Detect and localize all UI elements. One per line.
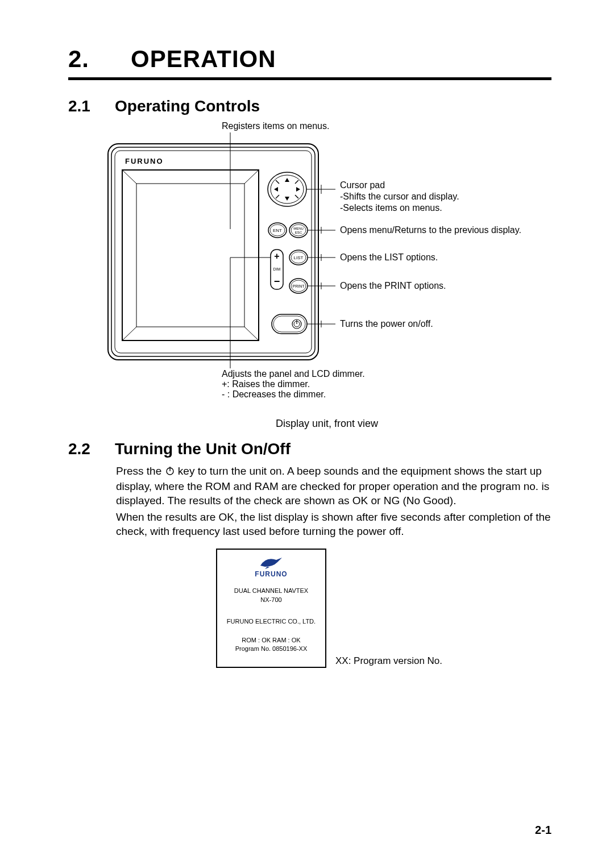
print-button-icon: PRINT [289,279,308,293]
startup-note: XX: Program version No. [335,655,442,667]
startup-screen: FURUNO DUAL CHANNEL NAVTEX NX-700 FURUNO… [216,549,326,668]
swordfish-icon [259,554,283,569]
section-number: 2.1 [68,97,115,115]
section-number: 2.2 [68,440,115,458]
chapter-title: 2.OPERATION [68,45,551,73]
callout-dim-l1: Adjusts the panel and LCD dimmer. [222,369,365,379]
callout-cursor-l3: -Selects items on menus. [340,203,442,213]
svg-line-18 [276,195,279,198]
callout-dim-l2: +: Raises the dimmer. [222,379,310,389]
callout-cursor-l1: Cursor pad [340,180,385,190]
svg-text:MENU: MENU [293,227,304,230]
svg-line-19 [295,195,298,198]
startup-logo [259,554,283,569]
svg-rect-2 [111,147,315,356]
svg-line-7 [122,327,136,340]
dim-rocker-icon: + DIM − [271,250,283,289]
callout-cursor-l2: -Shifts the cursor and display. [340,192,459,201]
body-text-fragment: Press the [116,465,165,477]
page: 2.OPERATION 2.1Operating Controls Regist… [0,0,614,868]
svg-text:DIM: DIM [273,267,281,271]
svg-marker-15 [296,187,300,192]
chapter-number: 2. [68,45,131,73]
device-diagram: Registers items on menus. FURUNO [102,121,551,430]
menu-esc-button-icon: MENU ESC [289,223,308,238]
svg-point-26 [289,223,308,238]
startup-line1: DUAL CHANNEL NAVTEX [234,586,308,595]
svg-rect-1 [108,144,318,360]
svg-line-16 [276,180,279,184]
startup-company: FURUNO ELECTRIC CO., LTD. [227,618,316,625]
brand-label: FURUNO [125,157,164,165]
svg-marker-13 [285,197,289,201]
callout-list: Opens the LIST options. [340,252,438,262]
chapter-rule [68,77,551,80]
section-text: Turning the Unit On/Off [115,440,291,458]
device-svg: Registers items on menus. FURUNO [102,121,546,400]
list-button-icon: LIST [289,250,308,265]
svg-line-17 [295,180,298,184]
chapter-text: OPERATION [131,45,276,72]
section-text: Operating Controls [115,97,260,115]
diagram-caption: Display unit, front view [102,418,551,430]
svg-line-5 [122,170,136,184]
svg-marker-12 [285,178,289,182]
startup-check-l2: Program No. 0850196-XX [235,645,308,653]
svg-marker-14 [274,187,278,192]
power-icon [165,465,175,479]
svg-rect-4 [122,170,259,340]
svg-line-8 [244,327,259,340]
svg-text:PRINT: PRINT [293,284,305,288]
body-text-fragment: key to turn the unit on. A beep sounds a… [116,465,549,506]
svg-text:ENT: ENT [273,228,282,233]
svg-text:ESC: ESC [295,231,302,234]
svg-text:−: − [274,276,280,287]
power-button-icon [272,314,307,334]
callout-power: Turns the power on/off. [340,319,433,329]
section-title-2-2: 2.2Turning the Unit On/Off [68,440,551,458]
cursor-pad-icon [268,172,306,206]
startup-line2: NX-700 [234,595,308,604]
page-number: 2-1 [535,824,551,837]
callout-dim-l3: - : Decreases the dimmer. [222,389,326,399]
svg-point-10 [268,172,306,206]
svg-line-6 [244,170,259,184]
svg-text:LIST: LIST [294,255,304,260]
callout-menu: Opens menu/Returns to the previous displ… [340,225,521,235]
startup-check-l1: ROM : OK RAM : OK [235,636,308,645]
body-para-2: When the results are OK, the list displa… [116,510,551,538]
startup-brand: FURUNO [255,570,287,578]
body-para-1: Press the key to turn the unit on. A bee… [116,464,551,508]
ent-button-icon: ENT [268,223,287,238]
svg-rect-51 [273,316,305,332]
section-title-2-1: 2.1Operating Controls [68,97,551,115]
callout-print: Opens the PRINT options. [340,281,446,290]
svg-text:+: + [274,251,279,261]
svg-rect-9 [136,184,244,327]
svg-point-27 [291,225,306,236]
callout-registers: Registers items on menus. [222,121,329,131]
